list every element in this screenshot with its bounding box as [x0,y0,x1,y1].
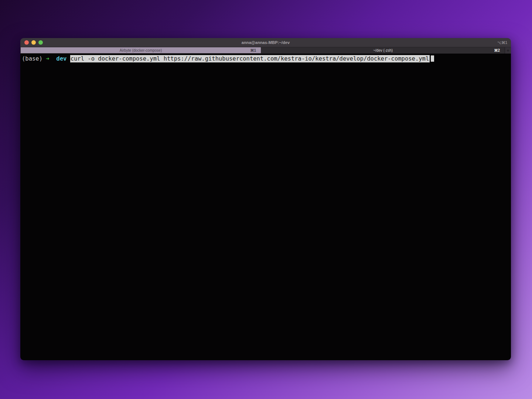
prompt-cwd: dev [56,55,66,62]
tab-label: ~/dev (-zsh) [373,48,393,52]
prompt-spacer [42,55,46,62]
tab-dev-zsh[interactable]: ~/dev (-zsh) ⌘2 [261,47,505,54]
tab-bar: Airbyte (docker-compose) ⌘1 ~/dev (-zsh)… [20,47,511,54]
terminal-screen[interactable]: (base) ➜ dev curl -o docker-compose.yml … [20,54,511,360]
tab-label: Airbyte (docker-compose) [120,48,162,52]
desktop-background: anna@annas-MBP:~/dev ⌥⌘1 Airbyte (docker… [0,0,532,399]
terminal-cursor [431,55,434,62]
window-titlebar[interactable]: anna@annas-MBP:~/dev ⌥⌘1 [20,38,511,47]
window-shortcut-hint: ⌥⌘1 [497,38,507,47]
tab-airbyte-docker-compose[interactable]: Airbyte (docker-compose) ⌘1 [20,47,261,54]
prompt-spacer [66,55,70,62]
prompt-spacer [50,55,57,62]
conda-env-label: (base) [22,55,42,62]
terminal-window: anna@annas-MBP:~/dev ⌥⌘1 Airbyte (docker… [20,38,511,360]
prompt-arrow-icon: ➜ [46,55,49,62]
command-input-text[interactable]: curl -o docker-compose.yml https://raw.g… [70,55,430,62]
plus-icon: + [507,48,509,53]
minimize-button[interactable] [31,40,36,45]
tab-shortcut-hint: ⌘2 [494,48,500,52]
close-button[interactable] [24,40,29,45]
zoom-button[interactable] [38,40,43,45]
new-tab-button[interactable]: + [505,47,511,54]
traffic-lights [24,38,43,47]
window-title: anna@annas-MBP:~/dev [242,40,290,45]
tab-shortcut-hint: ⌘1 [250,48,256,52]
